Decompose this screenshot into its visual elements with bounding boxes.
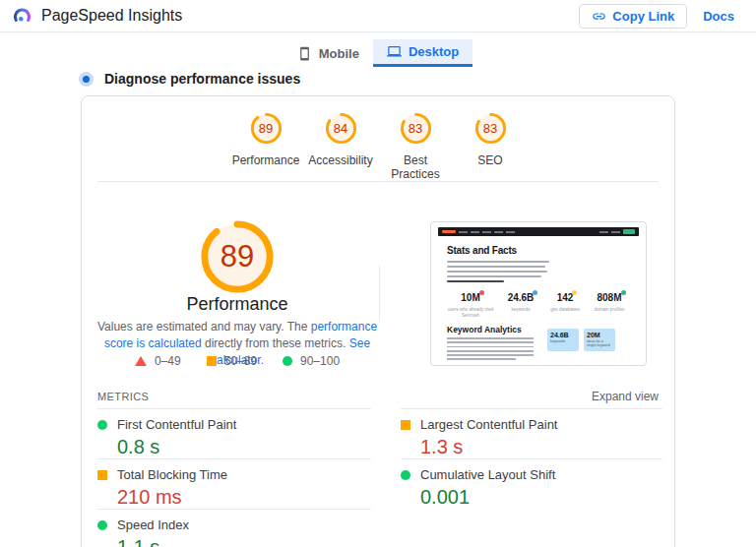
legend-good: 90–100 [283, 354, 340, 368]
docs-link[interactable]: Docs [703, 9, 734, 24]
metric-value: 1.3 s [420, 436, 662, 458]
link-icon [592, 9, 606, 24]
diagnose-section-header: Diagnose performance issues [79, 71, 300, 87]
metric-name: Total Blocking Time [117, 467, 227, 482]
main-performance-gauge: 89 [199, 218, 276, 295]
average-square-icon [97, 470, 107, 480]
average-square-icon [207, 356, 217, 366]
tab-desktop-label: Desktop [409, 44, 459, 59]
legend-average-range: 50–89 [224, 354, 257, 368]
copy-link-button[interactable]: Copy Link [579, 4, 687, 29]
performance-gauge: 89 [250, 112, 283, 145]
device-tabs: Mobile Desktop [0, 39, 756, 67]
metrics-header: METRICS Expand view [97, 389, 659, 404]
app-title: PageSpeed Insights [41, 7, 182, 25]
copy-link-label: Copy Link [612, 9, 674, 24]
thumbnail-stat: 808M domain profiles [585, 287, 634, 318]
thumbnail-stat-box: 20M ideas for a single keyword [584, 329, 615, 351]
good-circle-icon [97, 520, 107, 530]
thumbnail-stat-box: 24.6B keywords [547, 329, 579, 351]
disclaimer-text-mid: directly from these metrics. [202, 336, 349, 350]
metric-name: Speed Index [117, 517, 189, 532]
thumbnail-stat: 24.6B keywords [496, 287, 545, 318]
metric-value: 0.8 s [117, 436, 371, 458]
score-legend: 0–49 50–89 90–100 [90, 354, 385, 368]
category-performance[interactable]: 89 Performance [228, 112, 303, 181]
seo-gauge: 83 [474, 112, 507, 145]
thumbnail-paragraph-placeholder [447, 261, 549, 285]
diagnose-label: Diagnose performance issues [104, 71, 300, 87]
best-practices-gauge: 83 [400, 112, 432, 145]
diagnose-radio-icon[interactable] [79, 72, 94, 87]
main-performance-label: Performance [90, 294, 385, 315]
metrics-column-right: Largest Contentful Paint 1.3 s Cumulativ… [401, 408, 662, 509]
thumbnail-subheading: Keyword Analytics [447, 325, 522, 334]
metric-name: Cumulative Layout Shift [420, 467, 555, 482]
expand-view-button[interactable]: Expand view [592, 390, 659, 403]
main-performance-score: 89 [199, 218, 276, 295]
legend-average: 50–89 [207, 354, 257, 368]
smartphone-icon [297, 46, 312, 61]
accessibility-category-label: Accessibility [308, 153, 372, 167]
category-best-practices[interactable]: 83 Best Practices [378, 112, 453, 181]
category-scores-row: 89 Performance 84 Accessibility [82, 112, 674, 181]
thumbnail-paragraph2-placeholder [447, 337, 534, 363]
seo-score: 83 [474, 112, 507, 145]
report-card: 89 Performance 84 Accessibility [81, 95, 675, 547]
accessibility-gauge: 84 [325, 112, 357, 145]
legend-good-range: 90–100 [300, 354, 340, 368]
laptop-icon [387, 44, 402, 59]
category-seo[interactable]: 83 SEO [453, 112, 528, 181]
metric-first-contentful-paint: First Contentful Paint 0.8 s [97, 408, 371, 458]
legend-fail-range: 0–49 [155, 354, 181, 368]
average-square-icon [401, 420, 410, 430]
metrics-column-left: First Contentful Paint 0.8 s Total Block… [97, 408, 371, 547]
legend-fail: 0–49 [135, 354, 181, 368]
page-screenshot-thumbnail: Stats and Facts 10M users who already tr… [430, 221, 647, 366]
thumbnail-signup-button [623, 229, 635, 234]
tab-desktop[interactable]: Desktop [373, 39, 472, 67]
thumbnail-navbar [438, 227, 639, 236]
thumbnail-stat: 10M users who already tried Semrush [445, 287, 496, 318]
metric-value: 210 ms [117, 486, 371, 509]
metric-speed-index: Speed Index 1.1 s [97, 509, 371, 547]
fail-triangle-icon [135, 356, 147, 366]
metrics-section-label: METRICS [97, 391, 149, 402]
section-divider [97, 181, 659, 182]
seo-category-label: SEO [477, 153, 502, 167]
thumbnail-stats-row: 10M users who already tried Semrush 24.6… [445, 287, 634, 318]
best-practices-score: 83 [400, 112, 432, 145]
good-circle-icon [283, 356, 292, 366]
pagespeed-logo-icon [12, 6, 32, 27]
best-practices-category-label: Best Practices [378, 153, 453, 181]
disclaimer-text: Values are estimated and may vary. The [97, 320, 311, 334]
performance-category-label: Performance [232, 153, 300, 167]
metric-name: Largest Contentful Paint [420, 417, 557, 432]
tab-mobile[interactable]: Mobile [284, 39, 373, 67]
thumbnail-site-logo [442, 230, 456, 233]
thumbnail-stat: 142 geo databases [545, 287, 585, 318]
performance-score: 89 [250, 112, 283, 145]
good-circle-icon [97, 420, 107, 430]
metric-cumulative-layout-shift: Cumulative Layout Shift 0.001 [401, 458, 662, 509]
metric-largest-contentful-paint: Largest Contentful Paint 1.3 s [401, 408, 662, 458]
pagespeed-insights-page: PageSpeed Insights Copy Link Docs Mobile… [0, 0, 756, 547]
metric-value: 1.1 s [117, 536, 371, 547]
metric-value: 0.001 [420, 486, 662, 509]
metric-name: First Contentful Paint [117, 417, 236, 432]
vertical-divider [379, 265, 380, 322]
thumbnail-heading: Stats and Facts [447, 245, 517, 256]
metric-total-blocking-time: Total Blocking Time 210 ms [97, 458, 371, 509]
app-header: PageSpeed Insights Copy Link Docs [0, 0, 756, 32]
good-circle-icon [401, 470, 410, 480]
tab-mobile-label: Mobile [319, 46, 359, 61]
category-accessibility[interactable]: 84 Accessibility [303, 112, 378, 181]
accessibility-score: 84 [325, 112, 357, 145]
